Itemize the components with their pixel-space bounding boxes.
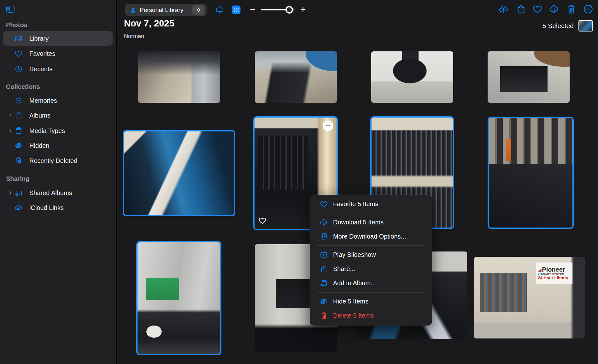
menu-item-more-download-options[interactable]: More Download Options...	[310, 229, 432, 244]
library-selector-stepper[interactable]	[192, 5, 204, 15]
fit-to-height-icon[interactable]	[215, 5, 225, 14]
heart-icon[interactable]	[532, 4, 542, 14]
sidebar-section-photos: Photos	[6, 21, 27, 29]
zoom-slider[interactable]	[261, 9, 295, 10]
download-options-icon	[320, 233, 328, 240]
sidebar-toggle-icon[interactable]	[6, 4, 15, 13]
menu-item-hide[interactable]: Hide 5 Items	[310, 294, 432, 309]
zoom-slider-knob[interactable]	[285, 6, 293, 14]
sidebar-item-label: Memories	[29, 97, 57, 104]
photo-thumbnail[interactable]	[488, 117, 574, 229]
memories-icon	[15, 96, 23, 105]
cloud-download-icon[interactable]	[549, 4, 559, 14]
zoom-in-button[interactable]: +	[300, 4, 306, 14]
menu-item-add-to-album[interactable]: Add to Album...	[310, 276, 432, 290]
sidebar-item-recents[interactable]: Recents	[3, 62, 113, 76]
sidebar-item-hidden[interactable]: Hidden	[3, 138, 113, 153]
sidebar-item-label: Recently Deleted	[29, 157, 77, 165]
sidebar-item-shared-albums[interactable]: Shared Albums	[3, 186, 113, 200]
sidebar-item-label: Favorites	[29, 50, 55, 57]
share-icon[interactable]	[516, 4, 526, 14]
library-selector-label: Personal Library	[140, 7, 183, 14]
zoom-slider-fill	[261, 9, 289, 10]
sidebar-item-label: Recents	[29, 66, 52, 73]
grid-view-icon[interactable]	[232, 5, 241, 14]
photo-thumbnail[interactable]: Pioneer LIBRARY SYSTEM 24 Hour Library	[474, 257, 585, 338]
photo-thumbnail[interactable]	[371, 51, 453, 103]
photo-thumbnail[interactable]	[138, 51, 220, 103]
main-content: Personal Library − +	[117, 0, 598, 364]
sidebar-item-library[interactable]: Library	[3, 31, 113, 46]
share-icon	[320, 265, 328, 273]
heart-icon	[15, 49, 23, 58]
menu-item-download[interactable]: Download 5 Items	[310, 215, 432, 229]
menu-divider	[317, 246, 425, 246]
zoom-out-button[interactable]: −	[250, 4, 255, 14]
selection-thumbnail[interactable]	[578, 20, 593, 32]
eye-slash-icon	[320, 298, 328, 305]
menu-divider	[317, 292, 425, 292]
sidebar-item-icloud-links[interactable]: iCloud Links	[3, 200, 113, 215]
ellipsis-circle-icon[interactable]	[583, 4, 593, 14]
chevron-right-icon[interactable]	[8, 128, 13, 133]
photo-thumbnail[interactable]	[255, 51, 337, 103]
sidebar: Photos Library Favorites Recents Colle	[0, 0, 117, 364]
play-icon	[320, 251, 328, 259]
eye-slash-icon	[15, 142, 23, 150]
photo-favorite-icon[interactable]	[258, 217, 267, 225]
trash-icon	[15, 157, 23, 165]
photo-thumbnail[interactable]	[123, 130, 235, 216]
photo-more-button[interactable]	[323, 120, 333, 131]
kiosk-brand: Pioneer	[538, 266, 571, 273]
sidebar-item-recently-deleted[interactable]: Recently Deleted	[3, 153, 113, 168]
photo-thumbnail[interactable]	[488, 51, 570, 103]
trash-icon	[320, 312, 328, 320]
sidebar-item-favorites[interactable]: Favorites	[3, 46, 113, 61]
add-album-icon	[320, 279, 328, 287]
sidebar-item-label: Shared Albums	[29, 189, 72, 197]
heart-icon	[320, 200, 328, 208]
menu-item-delete[interactable]: Delete 5 Items	[310, 309, 432, 323]
cloud-upload-icon[interactable]	[499, 4, 509, 14]
person-icon	[130, 7, 137, 14]
sidebar-item-label: Albums	[29, 112, 50, 119]
album-icon	[15, 127, 23, 135]
menu-item-play-slideshow[interactable]: Play Slideshow	[310, 248, 432, 262]
trash-icon[interactable]	[566, 4, 576, 14]
sidebar-item-albums[interactable]: Albums	[3, 108, 113, 123]
chevron-right-icon[interactable]	[8, 190, 13, 195]
sidebar-item-label: Media Types	[29, 127, 65, 135]
menu-item-share[interactable]: Share...	[310, 262, 432, 276]
sidebar-item-media-types[interactable]: Media Types	[3, 124, 113, 138]
sidebar-section-sharing: Sharing	[6, 175, 29, 182]
cloud-download-icon	[320, 218, 328, 226]
kiosk-tagline: 24 Hour Library	[538, 276, 571, 280]
sidebar-item-memories[interactable]: Memories	[3, 93, 113, 108]
clock-icon	[15, 65, 23, 73]
sidebar-item-label: Library	[29, 35, 49, 42]
chevron-right-icon[interactable]	[8, 113, 13, 118]
sidebar-item-label: Hidden	[29, 142, 49, 149]
context-menu: Favorite 5 Items Download 5 Items More D…	[310, 195, 432, 326]
library-icon	[15, 34, 23, 43]
library-selector[interactable]: Personal Library	[125, 4, 207, 16]
menu-divider	[317, 213, 425, 213]
photo-thumbnail[interactable]	[136, 241, 221, 355]
menu-item-favorite[interactable]: Favorite 5 Items	[310, 197, 432, 211]
shared-album-icon	[15, 189, 23, 197]
sidebar-item-label: iCloud Links	[29, 204, 64, 211]
sidebar-section-collections: Collections	[6, 83, 40, 90]
location-label: Norman	[124, 33, 144, 40]
date-header: Nov 7, 2025	[124, 18, 174, 29]
selection-count: 5 Selected	[542, 22, 574, 30]
cloud-link-icon	[15, 204, 23, 212]
album-icon	[15, 111, 23, 119]
kiosk-sign: Pioneer LIBRARY SYSTEM 24 Hour Library	[536, 263, 573, 284]
